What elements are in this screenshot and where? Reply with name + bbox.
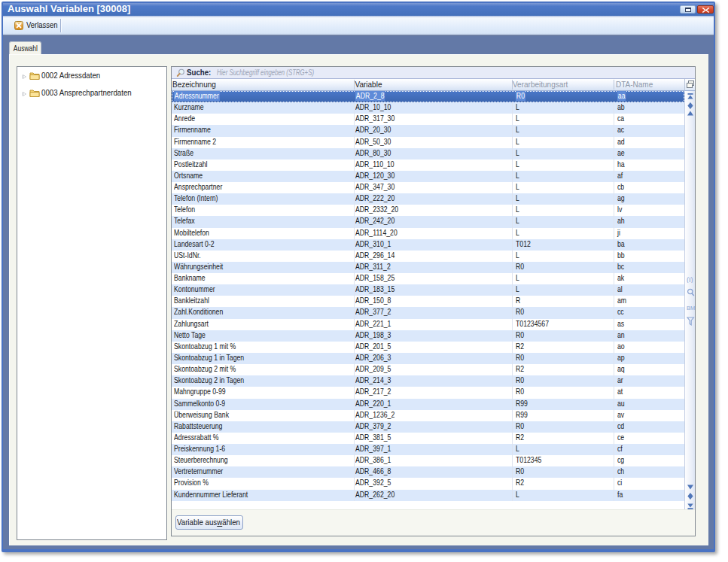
svg-text:(I): (I) [687,276,693,284]
svg-text:BM: BM [687,305,695,311]
